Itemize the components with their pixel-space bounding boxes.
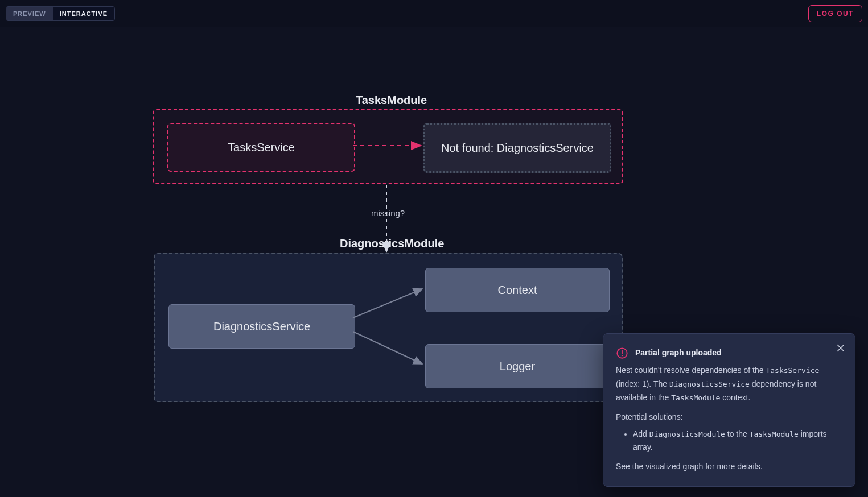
top-bar: PREVIEW INTERACTIVE LOG OUT [0,0,868,27]
tab-interactive[interactable]: INTERACTIVE [53,7,114,20]
toast-bullet-pre: Add [633,429,649,438]
toast-bullet-mid: to the [725,429,750,438]
graph-canvas[interactable]: TasksModule TasksService Not found: Diag… [0,27,868,497]
module-label-tasks: TasksModule [356,94,427,107]
edge-label-missing: missing? [371,208,405,218]
svg-point-2 [622,355,623,356]
node-logger[interactable]: Logger [425,344,610,388]
toast-msg-post: context. [720,393,750,402]
module-label-diagnostics: DiagnosticsModule [340,237,444,250]
tab-preview[interactable]: PREVIEW [6,7,53,20]
logout-button[interactable]: LOG OUT [808,5,862,22]
module-diagnostics: DiagnosticsService Context Logger [154,253,623,402]
toast-potential: Potential solutions: [616,411,842,424]
node-context[interactable]: Context [425,268,610,312]
toast-code-tasksmodule: TasksModule [671,394,720,402]
node-not-found-diagnostics[interactable]: Not found: DiagnosticsService [423,123,611,173]
toast-solution-item: Add DiagnosticsModule to the TasksModule… [633,428,842,455]
toast-code-tasksservice: TasksService [766,366,819,375]
toast-code-diagservice: DiagnosticsService [669,380,750,388]
toast-footer: See the visualized graph for more detail… [616,460,842,474]
view-tabs: PREVIEW INTERACTIVE [6,6,115,21]
toast-bullet-code2: TasksModule [750,430,799,438]
error-toast: Partial graph uploaded Nest couldn't res… [603,333,855,487]
node-tasks-service[interactable]: TasksService [167,123,355,172]
toast-title: Partial graph uploaded [635,346,722,360]
toast-msg-mid1: (index: 1). The [616,379,669,388]
close-icon[interactable] [836,343,846,353]
toast-msg-pre: Nest couldn't resolve dependencies of th… [616,366,766,375]
toast-bullet-code1: DiagnosticsModule [649,430,725,438]
toast-message: Nest couldn't resolve dependencies of th… [616,364,842,404]
alert-icon [616,347,628,359]
toast-solution-list: Add DiagnosticsModule to the TasksModule… [616,428,842,455]
node-diagnostics-service[interactable]: DiagnosticsService [168,304,355,349]
module-tasks: TasksService Not found: DiagnosticsServi… [153,109,623,184]
